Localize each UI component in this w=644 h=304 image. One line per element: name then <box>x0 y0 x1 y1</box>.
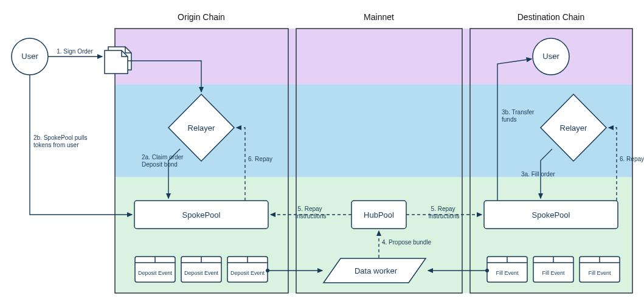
edge-fill-order-label: 3a. Fill order <box>521 171 555 178</box>
svg-text:Deposit Event: Deposit Event <box>138 270 173 276</box>
spokepool-node-left: SpokePool <box>134 201 268 229</box>
column-title-origin: Origin Chain <box>178 12 225 22</box>
svg-text:Data worker: Data worker <box>355 266 398 275</box>
edge-repay-left-label: 6. Repay <box>248 156 272 162</box>
dataworker-node: Data worker <box>324 258 426 283</box>
svg-text:Fill Event: Fill Event <box>588 270 611 276</box>
svg-text:Relayer: Relayer <box>560 123 587 133</box>
svg-text:Relayer: Relayer <box>188 123 215 133</box>
svg-text:Deposit Event: Deposit Event <box>230 270 265 276</box>
order-document-icon <box>105 47 131 74</box>
svg-text:SpokePool: SpokePool <box>182 210 221 219</box>
spokepool-node-right: SpokePool <box>484 201 618 229</box>
edge-repay-right-label: 6. Repay <box>620 156 644 162</box>
column-title-destination: Destination Chain <box>518 12 585 22</box>
svg-text:Fill Event: Fill Event <box>542 270 565 276</box>
user-label-left: User <box>21 52 38 61</box>
edge-sign-order-label: 1. Sign Order <box>57 48 93 55</box>
svg-text:HubPool: HubPool <box>364 210 394 219</box>
edge-fill-endpoint <box>485 269 489 272</box>
svg-text:Deposit Event: Deposit Event <box>184 270 219 276</box>
column-title-mainnet: Mainnet <box>364 12 394 22</box>
fill-events: Fill Event Fill Event Fill Event <box>487 257 620 282</box>
deposit-events: Deposit Event Deposit Event Deposit Even… <box>135 257 268 282</box>
edge-deposit-endpoint <box>266 269 269 272</box>
user-label-right: User <box>542 52 559 61</box>
svg-text:SpokePool: SpokePool <box>532 210 570 219</box>
edge-propose-bundle-label: 4. Propose bundle <box>382 239 432 246</box>
edge-repay-instr-left-label: 5. Repay Instructions <box>295 206 326 219</box>
svg-text:Fill Event: Fill Event <box>496 270 519 276</box>
architecture-diagram: Origin Chain Mainnet Destination Chain U… <box>0 0 644 304</box>
edge-pull-tokens-label: 2b. SpokePool pulls tokens from user <box>33 134 89 148</box>
hubpool-node: HubPool <box>351 201 406 229</box>
edge-repay-instr-right-label: 5. Repay Instructions <box>428 206 459 219</box>
